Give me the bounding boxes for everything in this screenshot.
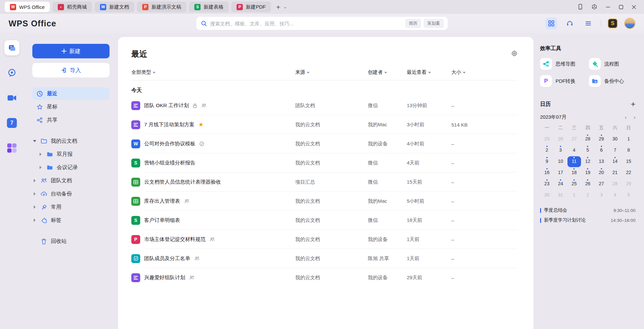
calendar-event[interactable]: 季度总结会 9:30–11:00: [540, 205, 635, 215]
sidebar-item-trash[interactable]: 回收站: [32, 235, 110, 248]
collapse-arrow-icon[interactable]: [32, 192, 37, 195]
tool-mindmap[interactable]: 思维导图: [540, 58, 587, 70]
calendar-day[interactable]: 5: [581, 145, 595, 156]
calendar-day[interactable]: 29: [595, 134, 608, 145]
calendar-day[interactable]: 19: [581, 167, 595, 178]
global-search-bar[interactable]: 简历 策划案: [196, 17, 448, 30]
calendar-day[interactable]: 8: [622, 145, 635, 156]
calendar-next-button[interactable]: ›: [634, 114, 635, 120]
rail-messages-icon[interactable]: [4, 65, 19, 80]
file-row[interactable]: 市场主体登记提交材料规范 我的云文档 我的设备 1天前 –: [131, 230, 518, 249]
calendar-day[interactable]: 2: [540, 145, 554, 156]
import-button[interactable]: 导入: [32, 63, 110, 77]
expand-arrow-icon[interactable]: [32, 140, 37, 142]
calendar-day[interactable]: 12: [581, 156, 595, 167]
collapse-arrow-icon[interactable]: [38, 153, 43, 156]
sidebar-item-starred[interactable]: 星标: [32, 101, 110, 113]
filter-source[interactable]: 来源: [295, 69, 368, 75]
calendar-prev-button[interactable]: ‹: [625, 114, 627, 120]
file-row[interactable]: 团队成员及分工名单 我的云文档 陈旭 共享 1天前 –: [131, 249, 518, 268]
calendar-day[interactable]: 1: [567, 190, 581, 201]
tab-list-dropdown[interactable]: ⌄: [284, 5, 287, 9]
collapse-arrow-icon[interactable]: [32, 219, 37, 222]
tab-docer-store[interactable]: 稻壳商城: [52, 2, 92, 12]
file-row[interactable]: 团队 OKR 工作计划 团队文档 微信 13分钟前 –: [131, 96, 518, 115]
sidebar-item-meeting-notes[interactable]: 会议记录: [32, 161, 110, 174]
sidebar-item-tags[interactable]: 标签: [32, 214, 110, 226]
calendar-day[interactable]: 30: [608, 134, 622, 145]
rail-meeting-icon[interactable]: [4, 90, 19, 105]
new-tab-button[interactable]: +: [276, 4, 280, 11]
membership-badge-icon[interactable]: S: [608, 18, 618, 28]
sidebar-item-shared[interactable]: 共享: [32, 114, 110, 126]
calendar-day[interactable]: 4: [567, 145, 581, 156]
settings-gear-icon[interactable]: [511, 50, 518, 58]
sidebar-item-bimonthly-report[interactable]: 双月报: [32, 148, 110, 161]
filter-creator[interactable]: 创建者: [368, 69, 407, 75]
sidebar-item-team-docs[interactable]: 团队文档: [32, 174, 110, 187]
user-avatar[interactable]: [624, 18, 635, 29]
calendar-day[interactable]: 17: [554, 167, 567, 178]
calendar-day[interactable]: 28: [581, 134, 595, 145]
tab-new-document[interactable]: 新建文档: [95, 2, 134, 12]
calendar-day[interactable]: 4: [608, 190, 622, 201]
close-button[interactable]: [632, 5, 636, 9]
workspace-icon[interactable]: [592, 4, 597, 10]
calendar-day[interactable]: 29: [622, 179, 635, 190]
maximize-button[interactable]: [619, 5, 623, 9]
calendar-day[interactable]: 10: [554, 156, 567, 167]
rail-apps-icon[interactable]: [4, 140, 19, 156]
collapse-arrow-icon[interactable]: [38, 166, 43, 169]
calendar-event[interactable]: 新季度学习计划讨论 14:30–16:00: [540, 215, 635, 225]
minimize-button[interactable]: [606, 5, 610, 9]
sidebar-item-frequent[interactable]: 常用: [32, 201, 110, 213]
search-input[interactable]: [210, 21, 405, 26]
file-row[interactable]: 兴趣爱好组队计划 我的云文档 我的设备 29天前 –: [131, 268, 518, 287]
calendar-day[interactable]: 23: [540, 179, 554, 190]
calendar-day[interactable]: 15: [622, 156, 635, 167]
calendar-day[interactable]: 7: [608, 145, 622, 156]
new-document-button[interactable]: 新建: [32, 44, 110, 58]
rail-documents-icon[interactable]: [4, 40, 19, 55]
calendar-day[interactable]: 2: [581, 190, 595, 201]
collapse-arrow-icon[interactable]: [32, 179, 37, 182]
calendar-day[interactable]: 22: [622, 167, 635, 178]
tab-wps-office[interactable]: WPS Office: [5, 2, 50, 12]
file-row[interactable]: 7 月线下活动策划方案 我的云文档 我的Mac 3小时前 514 KB: [131, 115, 518, 134]
calendar-day[interactable]: 13: [595, 156, 608, 167]
sidebar-item-auto-backup[interactable]: 自动备份: [32, 188, 110, 200]
calendar-day[interactable]: 31: [554, 190, 567, 201]
calendar-day[interactable]: 16: [540, 167, 554, 178]
tool-pdf-convert[interactable]: P PDF转换: [540, 75, 587, 87]
calendar-day[interactable]: 5: [622, 190, 635, 201]
file-row[interactable]: 云文档管人员信息统计表理器验收 项目汇总 微信 15天前 –: [131, 172, 518, 192]
rail-calendar-icon[interactable]: 7: [4, 115, 19, 131]
tab-new-pdf[interactable]: 新建PDF: [231, 2, 271, 12]
sidebar-item-my-cloud-docs[interactable]: 我的云文档: [32, 135, 110, 147]
calendar-day[interactable]: 26: [581, 179, 595, 190]
file-row[interactable]: 营销小组业绩分析报告 我的云文档 微信 4天前 –: [131, 153, 518, 172]
file-row[interactable]: 客户订单明细表 我的云文档 微信 18天前 –: [131, 211, 518, 230]
file-row[interactable]: 库存出入管理表 我的云文档 我的Mac 5小时前 –: [131, 192, 518, 211]
calendar-day[interactable]: 1: [622, 134, 635, 145]
calendar-day[interactable]: 3: [554, 145, 567, 156]
calendar-day[interactable]: 24: [554, 179, 567, 190]
calendar-day[interactable]: 6: [595, 145, 608, 156]
calendar-day[interactable]: 25: [567, 179, 581, 190]
calendar-day[interactable]: 25: [540, 134, 554, 145]
collapse-arrow-icon[interactable]: [32, 205, 37, 209]
calendar-day[interactable]: 14: [608, 156, 622, 167]
mobile-link-icon[interactable]: [578, 4, 583, 10]
apps-grid-button[interactable]: [545, 17, 557, 29]
filter-all-types[interactable]: 全部类型: [131, 69, 295, 75]
calendar-day[interactable]: 11: [567, 156, 581, 167]
sidebar-item-recent[interactable]: 最近: [32, 87, 110, 100]
calendar-day[interactable]: 26: [554, 134, 567, 145]
calendar-day[interactable]: 20: [595, 167, 608, 178]
search-tag-proposal[interactable]: 策划案: [424, 19, 444, 28]
search-tag-resume[interactable]: 简历: [405, 19, 421, 28]
add-event-button[interactable]: +: [631, 100, 635, 108]
file-row[interactable]: 公司对外合作协议模板 我的云文档 我的设备 4小时前 –: [131, 134, 518, 153]
tool-backup-center[interactable]: 备份中心: [589, 75, 636, 87]
calendar-day[interactable]: 27: [567, 134, 581, 145]
